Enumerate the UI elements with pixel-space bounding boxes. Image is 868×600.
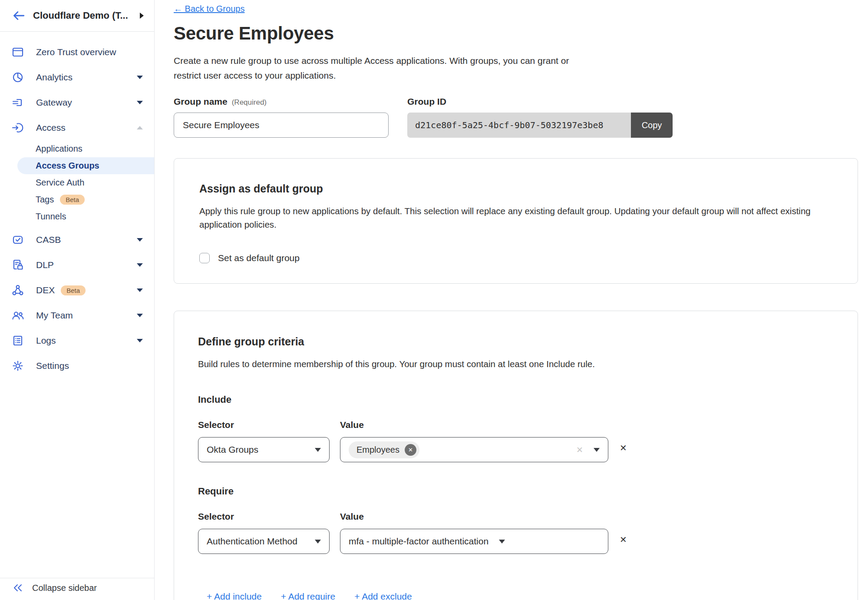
chevron-down-icon: [137, 339, 143, 342]
group-name-id-row: Group name (Required) Group ID d21ce80f-…: [174, 96, 868, 138]
sidebar-nav: Zero Trust overview Analytics Gateway: [0, 32, 154, 578]
people-icon: [11, 309, 24, 322]
chevron-down-icon: [499, 540, 505, 544]
back-to-groups-link[interactable]: ← Back to Groups: [174, 4, 244, 14]
list-page-icon: [11, 334, 24, 347]
pie-chart-icon: [11, 71, 24, 84]
add-require-link[interactable]: + Add require: [281, 591, 336, 600]
gateway-icon: [11, 96, 24, 109]
require-value-text: mfa - multiple-factor authentication: [349, 536, 488, 547]
sidebar-item-label: Analytics: [36, 72, 73, 83]
add-rule-links-row: + Add include + Add require + Add exclud…: [198, 591, 832, 600]
page-description: Create a new rule group to use across mu…: [174, 53, 593, 83]
group-name-field-group: Group name (Required): [174, 96, 389, 138]
login-arrow-icon: [11, 121, 24, 134]
sidebar-item-access[interactable]: Access: [0, 115, 154, 140]
collapse-sidebar-button[interactable]: Collapse sidebar: [0, 578, 154, 600]
set-default-group-label: Set as default group: [218, 253, 300, 263]
criteria-card-title: Define group criteria: [198, 335, 832, 348]
criteria-card-description: Build rules to determine membership of t…: [198, 357, 817, 371]
copy-button[interactable]: Copy: [631, 113, 673, 138]
chevron-down-icon: [137, 76, 143, 79]
sidebar-item-access-groups[interactable]: Access Groups: [17, 157, 154, 174]
require-rule-row: Authentication Method mfa - multiple-fac…: [198, 529, 832, 554]
chevron-up-icon: [137, 126, 143, 129]
include-heading: Include: [198, 394, 832, 405]
chevron-down-icon: [315, 540, 321, 544]
include-selector-dropdown[interactable]: Okta Groups: [198, 437, 330, 462]
require-value-dropdown[interactable]: mfa - multiple-factor authentication: [340, 529, 608, 554]
sidebar-item-label: CASB: [36, 235, 61, 245]
chevron-down-icon: [137, 101, 143, 104]
sub-item-label: Tags: [36, 195, 54, 205]
chevron-down-icon: [137, 288, 143, 292]
remove-include-rule-icon[interactable]: ✕: [620, 444, 627, 452]
value-chip-label: Employees: [356, 445, 399, 455]
page-title: Secure Employees: [174, 23, 868, 44]
chevron-down-icon: [315, 448, 321, 452]
add-include-link[interactable]: + Add include: [207, 591, 262, 600]
account-header: Cloudflare Demo (T...: [0, 0, 154, 32]
beta-badge: Beta: [61, 285, 86, 295]
sidebar-item-label: Access: [36, 123, 66, 133]
remove-require-rule-icon[interactable]: ✕: [620, 535, 627, 544]
add-exclude-link[interactable]: + Add exclude: [354, 591, 412, 600]
sidebar-item-my-team[interactable]: My Team: [0, 303, 154, 328]
chevron-down-icon: [594, 448, 600, 452]
document-lock-icon: [11, 259, 24, 272]
sidebar: Cloudflare Demo (T... Zero Trust overvie…: [0, 0, 155, 600]
sidebar-item-label: Logs: [36, 335, 56, 346]
sidebar-item-label: DLP: [36, 260, 54, 270]
sidebar-item-logs[interactable]: Logs: [0, 328, 154, 353]
chevron-down-icon: [137, 238, 143, 242]
gear-icon: [11, 359, 24, 372]
shield-check-icon: [11, 233, 24, 246]
sidebar-item-dex[interactable]: DEX Beta: [0, 278, 154, 303]
set-default-group-checkbox[interactable]: [199, 253, 210, 263]
include-selector-value: Okta Groups: [207, 444, 258, 455]
sub-item-label: Service Auth: [36, 178, 84, 188]
group-id-value: d21ce80f-5a25-4bcf-9b07-5032197e3be8: [407, 113, 631, 138]
require-selector-dropdown[interactable]: Authentication Method: [198, 529, 330, 554]
include-value-multiselect[interactable]: Employees ✕ ✕: [340, 437, 608, 462]
group-name-input[interactable]: [174, 113, 389, 138]
sidebar-item-label: My Team: [36, 310, 73, 321]
chevron-right-icon[interactable]: [140, 13, 144, 19]
group-id-field-group: Group ID d21ce80f-5a25-4bcf-9b07-5032197…: [407, 96, 673, 138]
sub-item-label: Applications: [36, 144, 83, 154]
back-arrow-icon[interactable]: [11, 9, 25, 23]
sidebar-item-label: Zero Trust overview: [36, 47, 116, 57]
access-sub-list: Applications Access Groups Service Auth …: [0, 140, 154, 225]
sidebar-item-service-auth[interactable]: Service Auth: [0, 174, 154, 191]
require-heading: Require: [198, 486, 832, 497]
account-title[interactable]: Cloudflare Demo (T...: [33, 10, 140, 21]
sidebar-item-analytics[interactable]: Analytics: [0, 65, 154, 90]
sidebar-item-zero-trust-overview[interactable]: Zero Trust overview: [0, 40, 154, 65]
clear-value-icon[interactable]: ✕: [576, 445, 583, 455]
value-chip: Employees ✕: [349, 441, 419, 458]
collapse-sidebar-label: Collapse sidebar: [32, 583, 97, 593]
sidebar-item-dlp[interactable]: DLP: [0, 252, 154, 278]
require-labels-row: Selector Value: [198, 511, 832, 522]
group-id-label: Group ID: [407, 96, 446, 107]
chevron-down-icon: [137, 263, 143, 267]
sidebar-item-label: Settings: [36, 361, 69, 371]
sidebar-item-applications[interactable]: Applications: [0, 140, 154, 157]
include-labels-row: Selector Value: [198, 420, 832, 430]
sidebar-item-label: Gateway: [36, 97, 72, 108]
sidebar-item-settings[interactable]: Settings: [0, 353, 154, 378]
sidebar-item-gateway[interactable]: Gateway: [0, 90, 154, 115]
sidebar-item-tags[interactable]: Tags Beta: [0, 191, 154, 208]
default-group-card: Assign as default group Apply this rule …: [174, 158, 858, 284]
require-value-label: Value: [340, 511, 364, 522]
default-group-checkbox-row: Set as default group: [199, 253, 832, 263]
chevron-down-icon: [137, 314, 143, 317]
chip-remove-icon[interactable]: ✕: [405, 444, 416, 456]
default-group-card-description: Apply this rule group to new application…: [199, 204, 818, 231]
include-rule-row: Okta Groups Employees ✕ ✕ ✕: [198, 437, 832, 462]
group-criteria-card: Define group criteria Build rules to det…: [174, 311, 858, 600]
sidebar-item-casb[interactable]: CASB: [0, 227, 154, 252]
require-selector-label: Selector: [198, 511, 340, 522]
sub-item-label: Access Groups: [36, 161, 99, 171]
sidebar-item-tunnels[interactable]: Tunnels: [0, 208, 154, 225]
